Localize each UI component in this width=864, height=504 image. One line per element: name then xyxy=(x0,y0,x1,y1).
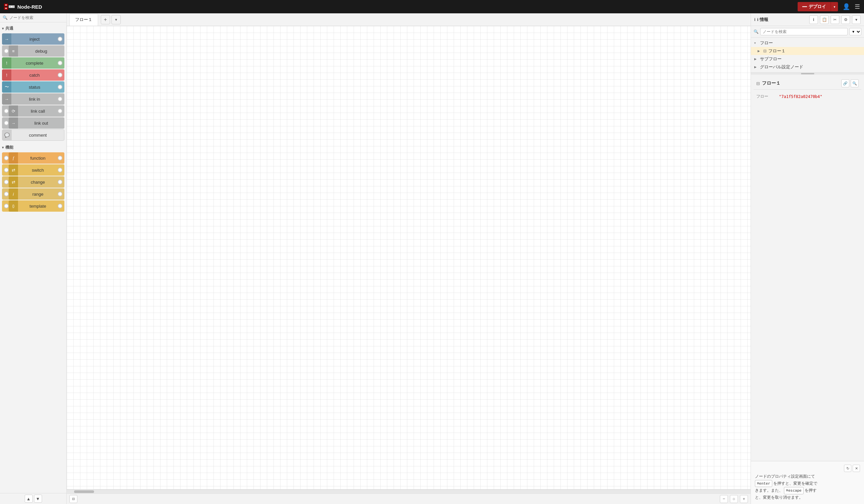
node-info-btn[interactable]: ⊟ xyxy=(69,495,77,503)
debug-label: debug xyxy=(18,49,64,54)
hint-line2: を押すと、変更を確定で xyxy=(773,481,817,485)
node-comment[interactable]: 💬 comment xyxy=(2,129,64,141)
nodes-list: ▾ 共通 → inject ≡ debug ! complete ! catch xyxy=(0,22,67,493)
complete-output-port xyxy=(58,61,62,65)
node-change[interactable]: ⇄ change xyxy=(2,176,64,188)
zoom-out-btn[interactable]: − xyxy=(720,495,728,503)
chevron-flow1-icon: ▶ xyxy=(758,49,761,53)
tree-flow1[interactable]: ▶ ⊟ フロー１ xyxy=(751,47,864,55)
chevron-down-icon: ▾ xyxy=(2,27,4,30)
flow-value: "7a1f5f82a02470b4" xyxy=(779,94,822,99)
template-output-port xyxy=(58,204,62,208)
flow-detail-title: フロー１ xyxy=(762,80,839,86)
canvas-bottom-right: − ○ + xyxy=(720,495,748,503)
node-linkcall[interactable]: ⟳ link call xyxy=(2,105,64,117)
node-range[interactable]: i range xyxy=(2,188,64,200)
node-linkout[interactable]: → link out xyxy=(2,117,64,129)
switch-icon: ⇄ xyxy=(9,164,18,176)
hint-panel-header: ↻ ✕ xyxy=(755,465,860,472)
tree-flow-section[interactable]: ▾ フロー xyxy=(751,39,864,47)
logo xyxy=(4,3,15,10)
section-common[interactable]: ▾ 共通 xyxy=(1,24,65,33)
node-catch[interactable]: ! catch xyxy=(2,69,64,81)
flow-key: フロー xyxy=(756,94,776,99)
info-tab-gear[interactable]: ⚙ xyxy=(841,15,850,24)
info-panel-tree: ▾ フロー ▶ ⊟ フロー１ ▶ サブフロー ▶ グローバル設定ノード xyxy=(751,38,864,73)
info-panel-title: i i 情報 xyxy=(754,17,807,23)
tab-dropdown-button[interactable]: ▾ xyxy=(111,15,121,24)
change-label: change xyxy=(18,180,58,185)
node-linkin[interactable]: → link in xyxy=(2,93,64,105)
node-template[interactable]: {} template xyxy=(2,200,64,212)
hint-line4: を押す xyxy=(805,488,817,493)
menu-icon[interactable]: ☰ xyxy=(855,3,860,10)
canvas-scrollbar-horizontal[interactable] xyxy=(67,489,751,493)
range-label: range xyxy=(18,192,58,197)
comment-label: comment xyxy=(12,133,64,138)
scrollbar-thumb-h[interactable] xyxy=(74,490,94,493)
info-tab-book[interactable]: 📋 xyxy=(820,15,829,24)
zoom-in-btn[interactable]: + xyxy=(740,495,748,503)
range-icon: i xyxy=(9,188,18,200)
canvas-grid[interactable] xyxy=(67,26,751,489)
canvas-bottom-bar: ⊟ − ○ + xyxy=(67,493,751,504)
search-icon-right: 🔍 xyxy=(754,29,759,34)
hint-line5: と、変更を取り消せます。 xyxy=(755,495,803,500)
flow-search-btn[interactable]: 🔍 xyxy=(851,79,859,87)
complete-label: complete xyxy=(11,61,58,66)
node-search-input[interactable] xyxy=(9,15,64,20)
range-input-port xyxy=(4,192,9,196)
node-palette: 🔍 ▾ 共通 → inject ≡ debug ! complete xyxy=(0,13,67,504)
comment-icon: 💬 xyxy=(2,130,12,140)
section-common-label: 共通 xyxy=(5,26,13,31)
inject-icon: → xyxy=(2,33,11,45)
linkin-label: link in xyxy=(11,97,58,102)
canvas-area: フロー１ + ▾ ⊟ − ○ + xyxy=(67,13,751,504)
hint-refresh-btn[interactable]: ↻ xyxy=(844,465,851,472)
add-tab-button[interactable]: + xyxy=(101,15,110,24)
node-switch[interactable]: ⇄ switch xyxy=(2,164,64,176)
topbar: Node-RED ━━ デプロイ ▾ 👤 ☰ xyxy=(0,0,864,13)
flow-tab-1[interactable]: フロー１ xyxy=(69,13,98,26)
panel-detail: ⊟ フロー１ 🔗 🔍 フロー "7a1f5f82a02470b4" xyxy=(751,75,864,461)
scroll-down-btn[interactable]: ▼ xyxy=(34,495,42,503)
node-status[interactable]: 〜 status xyxy=(2,81,64,93)
info-search-dropdown[interactable]: ▾ xyxy=(849,28,861,35)
deploy-button[interactable]: ━━ デプロイ ▾ xyxy=(797,2,838,11)
section-function[interactable]: ▾ 機能 xyxy=(1,143,65,152)
deploy-dropdown-arrow[interactable]: ▾ xyxy=(831,2,838,11)
node-function[interactable]: f function xyxy=(2,152,64,164)
tree-subflow[interactable]: ▶ サブフロー xyxy=(751,55,864,63)
info-tab-dropdown[interactable]: ▾ xyxy=(852,15,861,24)
info-tab-scissors[interactable]: ✂ xyxy=(831,15,839,24)
scroll-up-btn[interactable]: ▲ xyxy=(25,495,33,503)
node-inject[interactable]: → inject xyxy=(2,33,64,45)
linkout-input-port xyxy=(4,121,9,125)
linkcall-icon: ⟳ xyxy=(9,105,18,117)
inject-label: inject xyxy=(11,37,58,42)
flow-link-btn[interactable]: 🔗 xyxy=(841,79,849,87)
tree-subflow-label: サブフロー xyxy=(760,56,782,62)
canvas-tabs: フロー１ + ▾ xyxy=(67,13,751,26)
flow-detail-header: ⊟ フロー１ 🔗 🔍 xyxy=(754,77,861,90)
deploy-button-label[interactable]: ━━ デプロイ xyxy=(797,2,831,11)
change-input-port xyxy=(4,180,9,184)
function-icon: f xyxy=(9,152,18,164)
topbar-left: Node-RED xyxy=(4,3,42,10)
tree-global-config[interactable]: ▶ グローバル設定ノード xyxy=(751,63,864,71)
switch-output-port xyxy=(58,168,62,172)
hint-text: ノードのプロパティ設定画面にて ⌘enter を押すと、変更を確定で きます。ま… xyxy=(755,473,860,501)
zoom-reset-btn[interactable]: ○ xyxy=(730,495,738,503)
template-label: template xyxy=(18,204,58,209)
node-search-bar: 🔍 xyxy=(0,13,67,22)
flow-tab-1-label: フロー１ xyxy=(75,17,93,23)
flow-detail-content: フロー "7a1f5f82a02470b4" xyxy=(754,90,861,103)
node-debug[interactable]: ≡ debug xyxy=(2,45,64,57)
hint-close-btn[interactable]: ✕ xyxy=(853,465,860,472)
node-complete[interactable]: ! complete xyxy=(2,57,64,69)
hint-panel: ↻ ✕ ノードのプロパティ設定画面にて ⌘enter を押すと、変更を確定で き… xyxy=(751,461,864,504)
tree-flow-label: フロー xyxy=(760,40,773,46)
user-icon[interactable]: 👤 xyxy=(843,3,850,10)
info-tab-i[interactable]: i xyxy=(809,15,818,24)
info-search-input[interactable] xyxy=(760,28,848,35)
